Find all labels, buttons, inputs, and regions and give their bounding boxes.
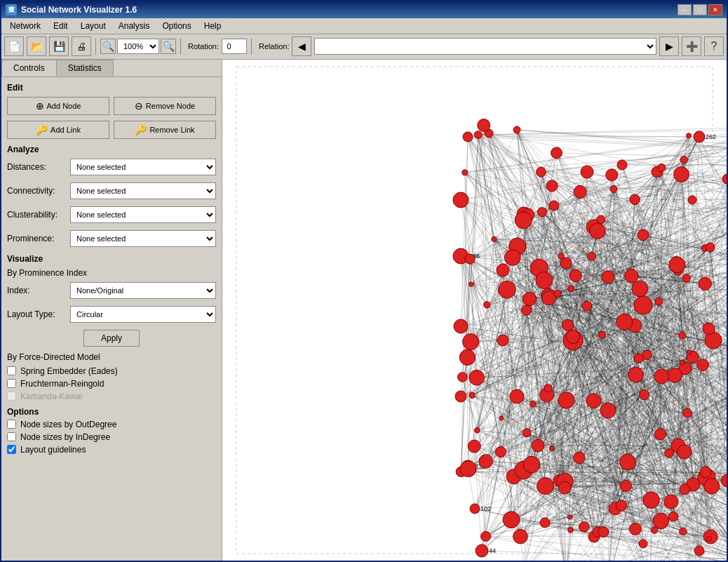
maximize-button[interactable]: □ xyxy=(693,4,707,15)
distances-label: Distances: xyxy=(7,162,70,172)
title-bar-controls: ─ □ ✕ xyxy=(678,4,722,15)
minimize-button[interactable]: ─ xyxy=(678,4,692,15)
zoom-out-btn[interactable]: 🔍 xyxy=(100,39,116,54)
options-section: Options Node sizes by OutDegree Node siz… xyxy=(7,407,216,455)
kamanda-label: Kamanda-Kawai xyxy=(20,392,82,401)
remove-link-button[interactable]: 🔑 Remove Link xyxy=(114,121,216,139)
distances-row: Distances: None selected xyxy=(7,159,216,175)
relation-label: Relation: xyxy=(259,42,289,51)
add-node-button[interactable]: ⊕ Add Node xyxy=(7,97,109,115)
clusterability-select[interactable]: None selected xyxy=(70,206,216,223)
connectivity-select[interactable]: None selected xyxy=(70,182,216,199)
index-label: Index: xyxy=(7,286,70,295)
toolbar-save-btn[interactable]: 💾 xyxy=(49,36,69,56)
fruchterman-label: Fruchterman-Reingold xyxy=(20,379,104,389)
clusterability-row: Clusterability: None selected xyxy=(7,206,216,223)
kamanda-checkbox[interactable] xyxy=(7,392,16,401)
zoom-in-btn[interactable]: 🔍 xyxy=(161,39,176,54)
menu-layout[interactable]: Layout xyxy=(75,20,112,32)
analyze-section-title: Analyze xyxy=(7,145,216,154)
title-bar: 🕸 Social Network Visualizer 1.6 ─ □ ✕ xyxy=(1,1,727,18)
app-icon: 🕸 xyxy=(6,4,17,15)
spring-embedder-label: Spring Embedder (Eades) xyxy=(20,366,118,376)
main-area: Controls Statistics Edit ⊕ Add Node ⊖ Re… xyxy=(1,60,727,561)
force-section: By Force-Directed Model Spring Embedder … xyxy=(7,352,216,401)
node-sizes-indegree-checkbox[interactable] xyxy=(7,432,16,441)
spring-embedder-row: Spring Embedder (Eades) xyxy=(7,366,216,376)
menu-help[interactable]: Help xyxy=(198,20,227,32)
menu-network[interactable]: Network xyxy=(4,20,46,32)
toolbar-sep-3 xyxy=(251,38,252,55)
fruchterman-row: Fruchterman-Reingold xyxy=(7,379,216,389)
connectivity-label: Connectivity: xyxy=(7,186,70,196)
relation-select[interactable] xyxy=(314,38,656,55)
layout-type-label: Layout Type: xyxy=(7,309,70,319)
node-sizes-indegree-label: Node sizes by InDegree xyxy=(20,432,110,442)
tab-controls[interactable]: Controls xyxy=(1,60,57,76)
panel-content: Edit ⊕ Add Node ⊖ Remove Node 🔑 Add Link xyxy=(1,77,222,463)
spring-embedder-checkbox[interactable] xyxy=(7,366,16,375)
app-window: 🕸 Social Network Visualizer 1.6 ─ □ ✕ Ne… xyxy=(0,0,728,562)
toolbar: 📄 📂 💾 🖨 🔍 100% 50% 75% 125% 150% 200% 🔍 … xyxy=(1,34,727,60)
connectivity-row: Connectivity: None selected xyxy=(7,182,216,199)
by-prominence-title: By Prominence Index xyxy=(7,268,216,278)
prominence-label: Prominence: xyxy=(7,234,70,243)
force-title: By Force-Directed Model xyxy=(7,352,216,362)
distances-select[interactable]: None selected xyxy=(70,159,216,175)
network-canvas[interactable] xyxy=(222,60,727,561)
rotation-label: Rotation: xyxy=(188,42,219,51)
tab-statistics[interactable]: Statistics xyxy=(56,60,114,76)
menu-options[interactable]: Options xyxy=(156,20,196,32)
network-area[interactable] xyxy=(222,60,727,561)
menu-edit[interactable]: Edit xyxy=(48,20,74,32)
index-select[interactable]: None/Original Degree Closeness Betweenne… xyxy=(70,282,216,299)
add-link-icon: 🔑 xyxy=(36,124,48,135)
kamanda-row: Kamanda-Kawai xyxy=(7,392,216,401)
rotation-input[interactable] xyxy=(222,39,247,54)
node-sizes-indegree-row: Node sizes by InDegree xyxy=(7,432,216,442)
remove-node-button[interactable]: ⊖ Remove Node xyxy=(114,97,216,115)
layout-type-select[interactable]: Circular Radial Grid Spring xyxy=(70,306,216,323)
add-link-button[interactable]: 🔑 Add Link xyxy=(7,121,109,139)
remove-node-icon: ⊖ xyxy=(135,100,143,112)
layout-guidelines-row: Layout guidelines xyxy=(7,445,216,455)
index-row: Index: None/Original Degree Closeness Be… xyxy=(7,282,216,299)
toolbar-add-btn[interactable]: ➕ xyxy=(682,36,701,56)
edit-section-title: Edit xyxy=(7,83,216,93)
toolbar-zoom-group: 🔍 100% 50% 75% 125% 150% 200% 🔍 xyxy=(100,39,176,54)
layout-guidelines-label: Layout guidelines xyxy=(20,445,86,455)
remove-link-icon: 🔑 xyxy=(135,124,147,135)
title-bar-left: 🕸 Social Network Visualizer 1.6 xyxy=(6,4,137,15)
menu-analysis[interactable]: Analysis xyxy=(113,20,156,32)
prominence-row: Prominence: None selected xyxy=(7,230,216,247)
node-sizes-outdegree-row: Node sizes by OutDegree xyxy=(7,420,216,429)
toolbar-new-btn[interactable]: 📄 xyxy=(4,36,24,56)
toolbar-sep-1 xyxy=(95,38,96,55)
visualize-section: Visualize By Prominence Index Index: Non… xyxy=(7,254,216,347)
edit-btn-group-1: ⊕ Add Node ⊖ Remove Node xyxy=(7,97,216,115)
edit-btn-group-2: 🔑 Add Link 🔑 Remove Link xyxy=(7,121,216,139)
fruchterman-checkbox[interactable] xyxy=(7,379,16,388)
toolbar-help-btn[interactable]: ? xyxy=(704,36,724,56)
prominence-select[interactable]: None selected xyxy=(70,230,216,247)
app-title: Social Network Visualizer 1.6 xyxy=(21,5,137,15)
layout-type-row: Layout Type: Circular Radial Grid Spring xyxy=(7,306,216,323)
visualize-section-title: Visualize xyxy=(7,254,216,264)
analyze-section: Analyze Distances: None selected Connect… xyxy=(7,145,216,247)
clusterability-label: Clusterability: xyxy=(7,210,70,220)
left-panel: Controls Statistics Edit ⊕ Add Node ⊖ Re… xyxy=(1,60,222,561)
options-label: Options xyxy=(7,407,216,417)
add-node-icon: ⊕ xyxy=(36,100,44,112)
relation-prev-btn[interactable]: ◀ xyxy=(292,36,311,56)
node-sizes-outdegree-checkbox[interactable] xyxy=(7,420,16,429)
tabs: Controls Statistics xyxy=(1,60,222,77)
layout-guidelines-checkbox[interactable] xyxy=(7,445,16,454)
apply-button[interactable]: Apply xyxy=(83,330,140,347)
toolbar-open-btn[interactable]: 📂 xyxy=(27,36,46,56)
toolbar-sep-2 xyxy=(180,38,181,55)
close-button[interactable]: ✕ xyxy=(708,4,722,15)
zoom-select[interactable]: 100% 50% 75% 125% 150% 200% xyxy=(117,39,159,54)
relation-next-btn[interactable]: ▶ xyxy=(659,36,679,56)
toolbar-print-btn[interactable]: 🖨 xyxy=(72,36,91,56)
node-sizes-outdegree-label: Node sizes by OutDegree xyxy=(20,420,116,429)
